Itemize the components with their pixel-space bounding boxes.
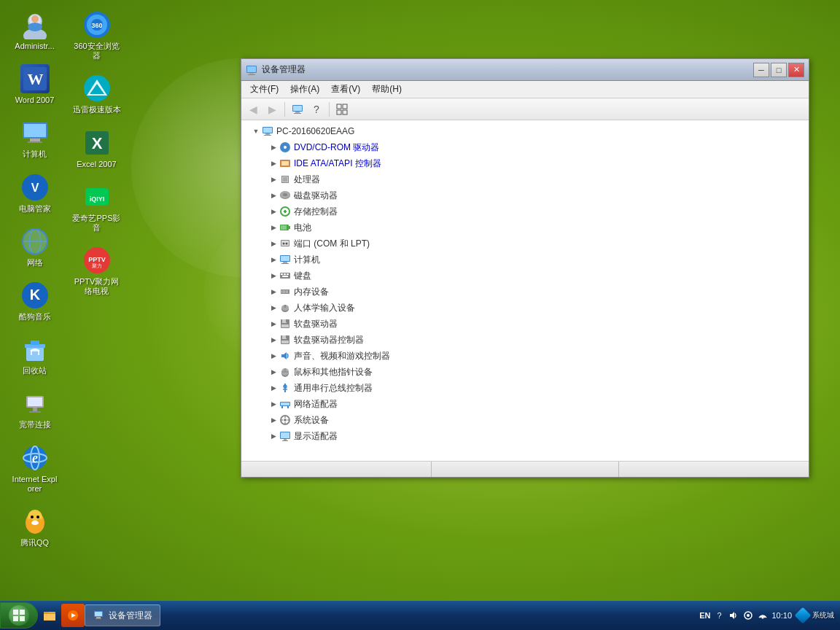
help-toolbar-button[interactable]: ? bbox=[308, 101, 325, 117]
svg-point-36 bbox=[31, 521, 39, 525]
tree-mouse-label: 鼠标和其他指针设备 bbox=[294, 366, 373, 378]
taskbar-device-manager-label: 设备管理器 bbox=[109, 610, 152, 622]
tree-item-storage[interactable]: ▶ 存储控制器 bbox=[265, 203, 809, 219]
tree-toggle-storage[interactable]: ▶ bbox=[268, 206, 279, 217]
tree-root-label: PC-20160620EAAG bbox=[276, 126, 354, 136]
svg-point-68 bbox=[284, 146, 287, 149]
tray-help-icon[interactable]: ? bbox=[713, 610, 725, 621]
tree-item-sound[interactable]: ▶ 声音、视频和游戏控制器 bbox=[265, 348, 809, 364]
tree-item-dvd[interactable]: ▶ DVD/CD-ROM 驱动器 bbox=[265, 139, 809, 155]
tree-item-system[interactable]: ▶ 系统设备 bbox=[265, 412, 809, 428]
tree-battery-label: 电池 bbox=[294, 222, 311, 234]
desktop-icon-excel2007[interactable]: X Excel 2007 bbox=[69, 125, 124, 172]
tree-floppy-icon bbox=[279, 318, 291, 330]
desktop-icon-iiqiyi[interactable]: iQIYI 爱奇艺PPS影音 bbox=[69, 179, 124, 236]
tree-toggle-keyboard[interactable]: ▶ bbox=[268, 270, 279, 281]
tree-item-ide[interactable]: ▶ IDE ATA/ATAPI 控制器 bbox=[265, 155, 809, 171]
tree-toggle-mouse[interactable]: ▶ bbox=[268, 366, 279, 378]
tree-item-network[interactable]: ▶ 网络适配器 bbox=[265, 396, 809, 412]
tray-language[interactable]: EN bbox=[699, 611, 710, 620]
desktop-icon-360browser[interactable]: 360 360安全浏览器 bbox=[69, 7, 124, 63]
tree-toggle-network[interactable]: ▶ bbox=[268, 398, 279, 410]
tree-item-root[interactable]: ▼ PC-20160620EAAG bbox=[247, 123, 809, 139]
svg-rect-92 bbox=[287, 273, 289, 275]
tree-item-disk[interactable]: ▶ 磁盘驱动器 bbox=[265, 187, 809, 203]
tree-floppy-label: 软盘驱动器 bbox=[294, 318, 338, 330]
tree-toggle-disk[interactable]: ▶ bbox=[268, 190, 279, 201]
tree-toggle-system[interactable]: ▶ bbox=[268, 414, 279, 426]
computer-toolbar-button[interactable] bbox=[289, 101, 306, 117]
minimize-button[interactable]: ─ bbox=[753, 63, 769, 77]
desktop-icon-administrator[interactable]: Administr... bbox=[7, 7, 62, 54]
svg-rect-61 bbox=[337, 110, 341, 114]
desktop-icon-pchome[interactable]: V 电脑管家 bbox=[7, 170, 62, 217]
tree-toggle-root[interactable]: ▼ bbox=[250, 125, 262, 137]
menu-action[interactable]: 操作(A) bbox=[284, 82, 325, 97]
qq-icon bbox=[20, 507, 50, 536]
taskbar-device-manager[interactable]: 设备管理器 bbox=[85, 604, 160, 626]
tray-volume-icon[interactable] bbox=[728, 610, 739, 621]
desktop-icon-ie[interactable]: e Internet Explorer bbox=[7, 440, 62, 497]
recycle-icon bbox=[20, 335, 50, 364]
tree-item-cpu[interactable]: ▶ 处理器 bbox=[265, 171, 809, 187]
tree-toggle-ide[interactable]: ▶ bbox=[268, 158, 279, 169]
desktop-icon-network[interactable]: 网络 bbox=[7, 224, 62, 271]
tray-security-icon[interactable] bbox=[742, 610, 754, 621]
desktop-icon-jijian[interactable]: 迅雷极速版本 bbox=[69, 71, 124, 117]
start-button[interactable] bbox=[0, 602, 38, 629]
tree-toggle-memory[interactable]: ▶ bbox=[268, 286, 279, 298]
taskbar-media-player[interactable] bbox=[61, 604, 85, 627]
taskbar-file-explorer[interactable] bbox=[38, 604, 61, 627]
tree-item-floppy[interactable]: ▶ 软盘驱动器 bbox=[265, 316, 809, 332]
menu-help[interactable]: 帮助(H) bbox=[366, 82, 408, 97]
tree-item-port[interactable]: ▶ 端口 (COM 和 LPT) bbox=[265, 236, 809, 252]
tree-toggle-dvd[interactable]: ▶ bbox=[268, 141, 279, 153]
desktop-icon-qq[interactable]: 腾讯QQ bbox=[7, 504, 62, 551]
tree-toggle-floppyctrl[interactable]: ▶ bbox=[268, 334, 279, 346]
tree-item-display[interactable]: ▶ 显示适配器 bbox=[265, 428, 809, 444]
svg-rect-121 bbox=[287, 406, 289, 408]
menu-file[interactable]: 文件(F) bbox=[244, 82, 284, 97]
tray-clock[interactable]: 10:10 bbox=[771, 610, 792, 621]
desktop-icon-word2007[interactable]: W Word 2007 bbox=[7, 61, 62, 108]
forward-button[interactable]: ▶ bbox=[263, 101, 281, 117]
svg-text:360: 360 bbox=[91, 22, 102, 29]
status-pane-2 bbox=[432, 462, 619, 477]
tree-toggle-hid[interactable]: ▶ bbox=[268, 302, 279, 314]
tree-item-computer2[interactable]: ▶ 计算机 bbox=[265, 252, 809, 268]
tree-item-battery[interactable]: ▶ 电池 bbox=[265, 219, 809, 236]
tree-toggle-battery[interactable]: ▶ bbox=[268, 222, 279, 233]
tree-toggle-display[interactable]: ▶ bbox=[268, 430, 279, 442]
svg-rect-10 bbox=[28, 141, 42, 143]
menu-view[interactable]: 查看(V) bbox=[325, 82, 366, 97]
tree-toggle-port[interactable]: ▶ bbox=[268, 238, 279, 249]
desktop-icon-pptv[interactable]: PPTV 聚力 PPTV聚力网络电视 bbox=[69, 243, 124, 299]
tree-item-keyboard[interactable]: ▶ 键盘 bbox=[265, 268, 809, 284]
iiqiyi-label: 爱奇艺PPS影音 bbox=[72, 214, 121, 233]
tree-floppyctrl-label: 软盘驱动器控制器 bbox=[294, 334, 364, 346]
tree-toggle-cpu[interactable]: ▶ bbox=[268, 174, 279, 185]
grid-toolbar-button[interactable] bbox=[333, 101, 351, 117]
tree-item-memory[interactable]: ▶ 内存设备 bbox=[265, 284, 809, 300]
tray-logo[interactable]: 系统城 bbox=[795, 607, 834, 623]
desktop-icon-broadband[interactable]: 宽带连接 bbox=[7, 386, 62, 432]
tree-item-hid[interactable]: ▶ 人体学输入设备 bbox=[265, 300, 809, 316]
tree-toggle-usb[interactable]: ▶ bbox=[268, 382, 279, 394]
tree-toggle-computer2[interactable]: ▶ bbox=[268, 254, 279, 265]
tree-toggle-sound[interactable]: ▶ bbox=[268, 350, 279, 362]
tree-root-icon bbox=[262, 125, 273, 137]
desktop-icon-recycle[interactable]: 回收站 bbox=[7, 332, 62, 378]
tree-toggle-floppy[interactable]: ▶ bbox=[268, 318, 279, 330]
desktop-icon-computer[interactable]: 计算机 bbox=[7, 115, 62, 162]
close-button[interactable]: ✕ bbox=[788, 63, 804, 77]
svg-text:W: W bbox=[27, 70, 43, 88]
tree-item-floppyctrl[interactable]: ▶ 软盘驱动器控制器 bbox=[265, 332, 809, 348]
tray-network-icon[interactable] bbox=[757, 610, 769, 621]
desktop-icon-kugou[interactable]: K 酷狗音乐 bbox=[7, 278, 62, 324]
back-button[interactable]: ◀ bbox=[244, 101, 262, 117]
device-tree-panel[interactable]: ▼ PC-20160620EAAG bbox=[241, 120, 809, 461]
tree-item-mouse[interactable]: ▶ 鼠标和其他指针设备 bbox=[265, 364, 809, 380]
maximize-button[interactable]: □ bbox=[771, 63, 787, 77]
window-titlebar[interactable]: 设备管理器 ─ □ ✕ bbox=[241, 59, 809, 81]
tree-item-usb[interactable]: ▶ 通用串行总线控制器 bbox=[265, 380, 809, 396]
